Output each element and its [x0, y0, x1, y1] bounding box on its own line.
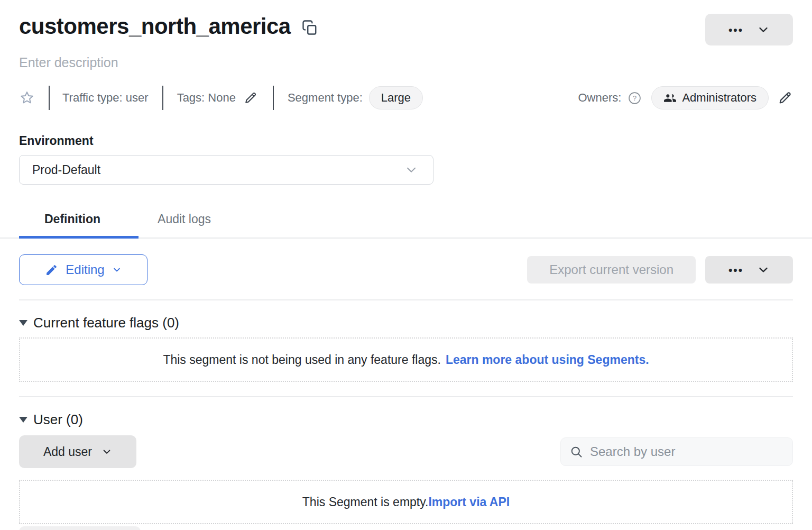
separator [273, 86, 274, 110]
toolbar-more-actions-button[interactable]: ••• [705, 256, 793, 284]
people-icon [663, 92, 677, 105]
user-empty-state: This Segment is empty. Import via API [19, 480, 793, 524]
feature-flags-section-header[interactable]: Current feature flags (0) [19, 315, 793, 331]
search-by-user-input[interactable] [590, 444, 784, 459]
user-empty-text: This Segment is empty. [302, 495, 429, 509]
owners-label: Owners: [578, 91, 621, 105]
copy-icon [302, 20, 318, 35]
chevron-down-icon [757, 263, 770, 276]
chevron-down-icon [112, 265, 122, 275]
segment-detail-page: customers_north_america ••• Enter descri… [0, 0, 812, 530]
edit-owners-button[interactable] [777, 90, 793, 106]
environment-select[interactable]: Prod-Default [19, 155, 433, 185]
description-placeholder[interactable]: Enter description [19, 55, 793, 70]
chevron-down-icon [102, 446, 112, 457]
edit-tags-button[interactable] [243, 90, 258, 105]
help-icon: ? [628, 91, 642, 105]
environment-selected-value: Prod-Default [32, 163, 100, 177]
partially-visible-button[interactable] [19, 526, 141, 530]
ellipsis-icon: ••• [728, 264, 743, 276]
edit-pencil-icon [45, 263, 58, 277]
triangle-collapse-icon [19, 417, 27, 423]
user-section-title: User (0) [33, 412, 83, 428]
owners-badge[interactable]: Administrators [651, 86, 769, 109]
page-header: customers_north_america ••• [19, 14, 793, 45]
divider [19, 299, 793, 300]
segment-type-label: Segment type: [288, 91, 363, 105]
feature-flags-empty-text: This segment is not being used in any fe… [163, 353, 440, 367]
editing-label: Editing [66, 262, 104, 277]
export-current-version-button[interactable]: Export current version [527, 256, 696, 284]
tab-audit-logs[interactable]: Audit logs [158, 209, 211, 230]
segment-type-badge: Large [369, 86, 423, 109]
favorite-star-button[interactable] [19, 90, 35, 106]
add-user-label: Add user [43, 445, 92, 459]
import-via-api-link[interactable]: Import via API [428, 495, 510, 509]
feature-flags-empty-state: This segment is not being used in any fe… [19, 337, 793, 382]
active-tab-indicator [19, 236, 139, 239]
tab-bar: Definition Audit logs [0, 209, 812, 239]
copy-name-button[interactable] [301, 19, 318, 36]
user-search-box [560, 437, 793, 466]
separator [49, 86, 50, 110]
tags-label: Tags: None [177, 91, 236, 105]
feature-flags-section-title: Current feature flags (0) [33, 315, 179, 331]
page-title: customers_north_america [19, 14, 291, 39]
pencil-icon [777, 90, 793, 106]
search-icon [569, 445, 584, 459]
divider [19, 396, 793, 397]
editing-mode-button[interactable]: Editing [19, 254, 147, 285]
triangle-collapse-icon [19, 320, 27, 326]
pencil-icon [243, 90, 258, 105]
definition-toolbar: Editing Export current version ••• [19, 254, 793, 285]
tab-definition[interactable]: Definition [44, 209, 100, 230]
owners-value: Administrators [682, 91, 756, 105]
chevron-down-icon [404, 163, 418, 177]
environment-label: Environment [19, 134, 793, 148]
owners-help-button[interactable]: ? [628, 91, 642, 105]
add-user-button[interactable]: Add user [19, 435, 136, 468]
chevron-down-icon [757, 23, 770, 36]
star-icon [19, 90, 35, 106]
separator [162, 86, 163, 110]
ellipsis-icon: ••• [728, 24, 743, 35]
owners-group: Owners: ? Administrators [578, 86, 793, 109]
svg-text:?: ? [633, 94, 636, 102]
header-more-actions-button[interactable]: ••• [705, 14, 793, 45]
traffic-type-label: Traffic type: user [62, 91, 149, 105]
meta-row: Traffic type: user Tags: None Segment ty… [19, 85, 793, 111]
learn-more-link[interactable]: Learn more about using Segments. [446, 353, 649, 367]
user-controls-row: Add user [19, 435, 793, 468]
user-section-header[interactable]: User (0) [19, 412, 793, 428]
